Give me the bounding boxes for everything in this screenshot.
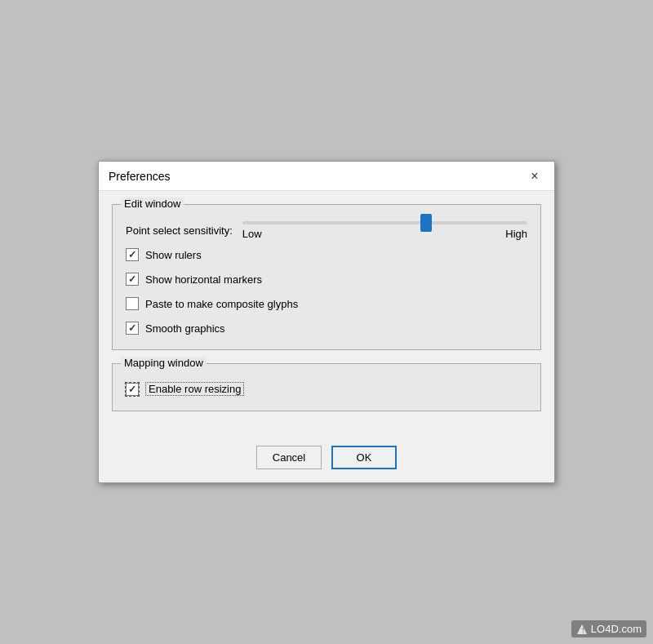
watermark: ↑ LO4D.com xyxy=(571,620,646,637)
enable-row-resizing-row[interactable]: Enable row resizing xyxy=(126,380,527,398)
watermark-text: LO4D.com xyxy=(591,623,642,635)
mapping-window-group-content: Enable row resizing xyxy=(126,380,527,398)
cancel-button[interactable]: Cancel xyxy=(256,446,322,469)
ok-button[interactable]: OK xyxy=(331,446,397,469)
smooth-graphics-checkbox[interactable] xyxy=(126,322,139,335)
mapping-window-group-label: Mapping window xyxy=(121,357,207,369)
slider-track-wrapper xyxy=(242,221,527,224)
edit-window-group-label: Edit window xyxy=(121,198,184,210)
enable-row-resizing-label: Enable row resizing xyxy=(145,382,244,396)
smooth-graphics-row[interactable]: Smooth graphics xyxy=(126,320,527,336)
slider-high-label: High xyxy=(505,228,527,240)
mapping-window-group: Mapping window Enable row resizing xyxy=(112,363,541,411)
sensitivity-row: Point select sensitivity: Low High xyxy=(126,221,527,240)
show-rulers-label: Show rulers xyxy=(145,249,202,261)
show-horizontal-markers-row[interactable]: Show horizontal markers xyxy=(126,271,527,287)
dialog-title: Preferences xyxy=(109,170,170,183)
watermark-icon: ↑ xyxy=(576,624,588,635)
show-rulers-row[interactable]: Show rulers xyxy=(126,246,527,263)
show-horizontal-markers-checkbox[interactable] xyxy=(126,273,139,286)
slider-low-label: Low xyxy=(242,228,262,240)
sensitivity-slider-container: Low High xyxy=(242,221,527,240)
smooth-graphics-label: Smooth graphics xyxy=(145,322,225,335)
svg-text:↑: ↑ xyxy=(580,624,586,635)
preferences-dialog: Preferences × Edit window Point select s… xyxy=(98,161,555,483)
paste-composite-glyphs-row[interactable]: Paste to make composite glyphs xyxy=(126,295,527,312)
title-bar: Preferences × xyxy=(99,162,554,191)
paste-composite-glyphs-label: Paste to make composite glyphs xyxy=(145,298,298,310)
paste-composite-glyphs-checkbox[interactable] xyxy=(126,297,139,310)
edit-window-group-content: Point select sensitivity: Low High xyxy=(126,221,527,336)
dialog-footer: Cancel OK xyxy=(99,437,554,482)
enable-row-resizing-checkbox[interactable] xyxy=(126,383,139,396)
slider-labels: Low High xyxy=(242,228,527,240)
dialog-content: Edit window Point select sensitivity: Lo… xyxy=(99,191,554,437)
show-rulers-checkbox[interactable] xyxy=(126,248,139,261)
sensitivity-label: Point select sensitivity: xyxy=(126,224,233,237)
close-button[interactable]: × xyxy=(525,167,544,186)
edit-window-group: Edit window Point select sensitivity: Lo… xyxy=(112,204,541,350)
show-horizontal-markers-label: Show horizontal markers xyxy=(145,273,262,286)
sensitivity-slider[interactable] xyxy=(242,221,527,224)
